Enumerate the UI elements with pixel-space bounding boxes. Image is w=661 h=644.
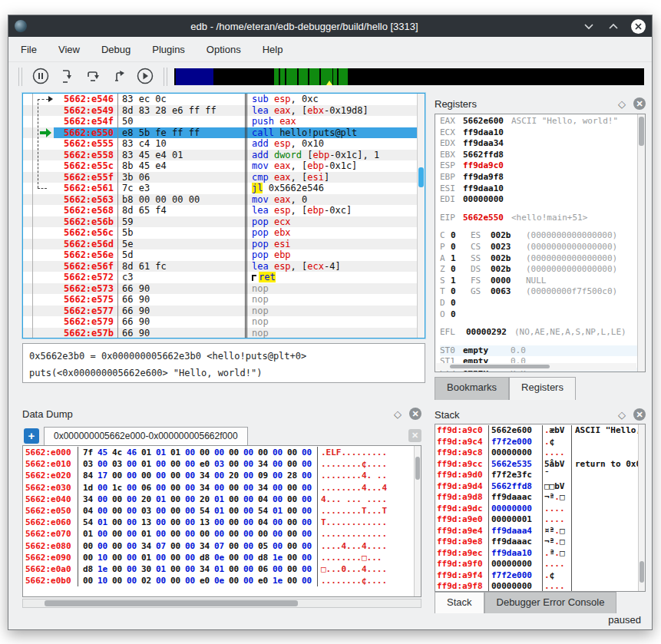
disasm-row[interactable]: 5662:e55c8b 45 e4mov eax, [ebp-0x1c] [23, 160, 417, 172]
disasm-row[interactable]: 5662:e55583 c4 10add esp, 0x10 [23, 138, 417, 150]
dock-tab-registers[interactable]: Registers [509, 377, 576, 400]
menu-plugins[interactable]: Plugins [152, 44, 185, 55]
disasm-row[interactable]: 5662:e55f3b 06cmp eax, [esi] [23, 172, 417, 183]
disasm-row[interactable]: 5662:e56b59pop ecx [23, 216, 417, 228]
stack-row[interactable]: ff9d:a9e000000001.... [435, 514, 638, 526]
breakpoint-gutter[interactable] [23, 316, 33, 328]
step-into-button[interactable] [55, 65, 78, 88]
disasm-row[interactable]: 5662:e5498d 83 28 e6 ff fflea eax, [ebx-… [23, 105, 417, 117]
stack-row[interactable]: ff9d:a9cc5662e5355åbVreturn to 0x00 [435, 459, 638, 471]
close-icon[interactable] [631, 19, 646, 34]
flag-row[interactable]: O0 [440, 309, 637, 321]
eflags-row[interactable]: EFL00000292(NO,AE,NE,A,S,NP,L,LE) [440, 327, 637, 339]
stack-row[interactable]: ff9d:a9d0f7f2e3fc¯ [435, 470, 638, 481]
breakpoint-gutter[interactable] [23, 138, 33, 150]
flag-row[interactable]: T0GS0063(00000000f7f500c0) [440, 286, 637, 298]
register-row[interactable]: EDI00000000 [440, 194, 637, 206]
disasm-row[interactable]: 5662:e550e8 5b fe ff ffcall hello!puts@p… [23, 127, 417, 139]
menu-file[interactable]: File [21, 44, 37, 55]
stack-row[interactable]: ff9d:a9d8ff9daaac¬ª.□ [435, 492, 638, 504]
close-panel-icon[interactable]: ✕ [409, 408, 421, 420]
stack-row[interactable]: ff9d:a9f4f7f2e000.¢ [435, 570, 638, 582]
step-out-button[interactable] [107, 65, 131, 88]
breakpoint-gutter[interactable] [23, 216, 33, 228]
disassembly-scrollbar[interactable] [417, 94, 425, 338]
breakpoint-gutter[interactable] [23, 94, 33, 105]
flag-row[interactable]: A1SS002b(0000000000000000) [440, 253, 637, 265]
close-tab-button[interactable]: ✕ [408, 429, 421, 442]
breakpoint-gutter[interactable] [23, 205, 33, 216]
dump-row[interactable]: 5662:e0800000000034070000340700000500000… [23, 540, 414, 552]
disasm-row[interactable]: 5662:e57966 90nop [23, 316, 417, 328]
disasm-row[interactable]: 5662:e57b66 90nop [23, 328, 417, 339]
scrollbar-handle[interactable] [450, 365, 550, 368]
disasm-row[interactable]: 5662:e55883 45 e4 01add dword [ebp-0x1c]… [23, 150, 417, 161]
breakpoint-gutter[interactable] [23, 294, 33, 305]
disasm-row[interactable]: 5662:e57366 90nop [23, 283, 417, 295]
data-dump-tab[interactable]: 0x000000005662e000-0x000000005662f000 [44, 427, 248, 445]
register-row[interactable]: ESPff9da9c0 [440, 160, 637, 172]
dump-row[interactable]: 5662:e0301d001c0006000000340000003400000… [23, 482, 414, 494]
stack-row[interactable]: ff9d:a9d45662ffd8□□bV [435, 481, 638, 493]
breakpoint-gutter[interactable] [23, 305, 33, 317]
disasm-row[interactable]: 5662:e56d5epop esi [23, 239, 417, 250]
scrollbar-handle[interactable] [418, 167, 424, 187]
disasm-row[interactable]: 5662:e57766 90nop [23, 305, 417, 317]
detach-icon[interactable]: ◇ [618, 98, 626, 110]
register-row[interactable]: ESIff9daa10 [440, 183, 637, 195]
detach-icon[interactable]: ◇ [394, 408, 402, 420]
dump-row[interactable]: 5662:e0100300030001000000e00300003400000… [23, 458, 414, 470]
menu-debug[interactable]: Debug [101, 44, 131, 55]
breakpoint-gutter[interactable] [23, 150, 33, 161]
flag-row[interactable]: P0CS0023(0000000000000000) [440, 242, 637, 253]
stack-row[interactable]: ff9d:a9c800000000.... [435, 447, 638, 459]
disasm-row[interactable]: 5662:e563b8 00 00 00 00mov eax, 0 [23, 194, 417, 206]
dump-row[interactable]: 5662:e0700100000001000000000000000000000… [23, 528, 414, 540]
breakpoint-gutter[interactable] [23, 261, 33, 272]
breakpoint-gutter[interactable] [23, 194, 33, 206]
pause-button[interactable] [29, 65, 52, 88]
toolbar-handle[interactable] [18, 68, 22, 86]
dump-row[interactable]: 5662:e0208417000000000000340020000900280… [23, 470, 414, 481]
disasm-row[interactable]: 5662:e572c3ret [23, 272, 417, 283]
registers-hscrollbar[interactable] [436, 363, 636, 371]
flag-row[interactable]: C0ES002b(0000000000000000) [440, 230, 637, 242]
breakpoint-gutter[interactable] [23, 283, 33, 295]
register-row[interactable]: EDXff9daa34 [440, 138, 637, 150]
run-button[interactable] [134, 65, 157, 88]
scrollbar-handle[interactable] [45, 600, 298, 606]
breakpoint-gutter[interactable] [23, 249, 33, 261]
stack-row[interactable]: ff9d:a9e8ff9daaac¬ª.□ [435, 537, 638, 548]
dump-row[interactable]: 5662:e0a0d81e000030010000340100000600000… [23, 563, 414, 575]
disasm-row[interactable]: 5662:e54f50push eax [23, 116, 417, 127]
registers-scrollbar[interactable] [637, 114, 645, 372]
toolbar-handle[interactable] [164, 68, 167, 86]
scrollbar-handle[interactable] [640, 561, 644, 583]
menu-options[interactable]: Options [207, 44, 241, 55]
disasm-row[interactable]: 5662:e56e5dpop ebp [23, 249, 417, 261]
titlebar[interactable]: edb - /home/eteran/edb-debugger/build/he… [8, 15, 652, 37]
flag-row[interactable]: Z0DS002b(0000000000000000) [440, 264, 637, 276]
stack-scrollbar[interactable] [638, 424, 645, 591]
disasm-row[interactable]: 5662:e56f8d 61 fclea esp, [ecx-4] [23, 261, 417, 272]
memory-map[interactable] [174, 68, 644, 85]
dump-row[interactable]: 5662:e0605401000013000000130000000400000… [23, 517, 414, 528]
breakpoint-gutter[interactable] [23, 172, 33, 183]
scrollbar-handle[interactable] [639, 117, 644, 146]
stack-row[interactable]: ff9d:a9f000000000.... [435, 559, 638, 570]
breakpoint-gutter[interactable] [23, 272, 33, 283]
step-over-button[interactable] [81, 65, 104, 88]
breakpoint-gutter[interactable] [23, 105, 33, 117]
dump-row[interactable]: 5662:e0b00010000002000000e00e0000e01e000… [23, 575, 414, 586]
add-tab-button[interactable]: + [24, 428, 39, 444]
scrollbar-handle[interactable] [415, 457, 420, 480]
register-row[interactable]: EBX5662ffd8 [440, 150, 637, 161]
breakpoint-gutter[interactable] [23, 328, 33, 339]
stack-row[interactable]: ff9d:a9c4f7f2e000.¢ [435, 437, 638, 448]
minimize-icon[interactable] [582, 19, 596, 33]
breakpoint-gutter[interactable] [23, 183, 33, 194]
register-row[interactable]: EBPff9da9f8 [440, 172, 637, 183]
dock-tab-bookmarks[interactable]: Bookmarks [435, 377, 509, 400]
breakpoint-gutter[interactable] [23, 227, 33, 239]
fpu-row[interactable]: ST0empty0.0 [440, 345, 637, 357]
